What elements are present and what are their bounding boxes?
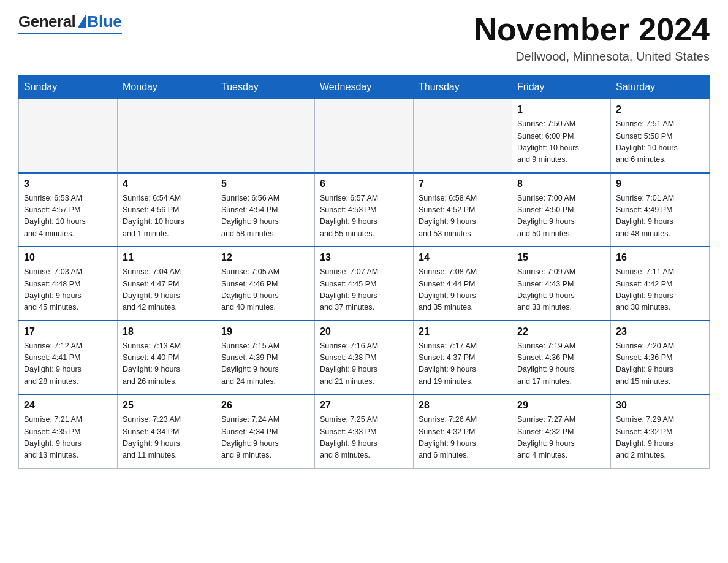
day-info: Sunrise: 7:11 AM Sunset: 4:42 PM Dayligh…: [616, 266, 704, 314]
weekday-header-saturday: Saturday: [611, 75, 710, 99]
weekday-header-monday: Monday: [118, 75, 216, 99]
day-info: Sunrise: 7:23 AM Sunset: 4:34 PM Dayligh…: [123, 414, 211, 462]
day-number: 8: [517, 178, 605, 190]
calendar-cell: 28Sunrise: 7:26 AM Sunset: 4:32 PM Dayli…: [414, 394, 512, 468]
day-info: Sunrise: 6:58 AM Sunset: 4:52 PM Dayligh…: [419, 193, 507, 240]
weekday-header-tuesday: Tuesday: [216, 75, 315, 99]
calendar-cell: 25Sunrise: 7:23 AM Sunset: 4:34 PM Dayli…: [118, 394, 216, 468]
day-number: 24: [24, 400, 112, 411]
day-info: Sunrise: 7:00 AM Sunset: 4:50 PM Dayligh…: [517, 193, 605, 240]
calendar-cell: 7Sunrise: 6:58 AM Sunset: 4:52 PM Daylig…: [414, 173, 512, 247]
calendar-cell: 14Sunrise: 7:08 AM Sunset: 4:44 PM Dayli…: [414, 247, 512, 321]
day-number: 16: [616, 252, 704, 263]
day-number: 14: [419, 252, 507, 263]
day-number: 29: [517, 400, 605, 411]
day-info: Sunrise: 7:01 AM Sunset: 4:49 PM Dayligh…: [616, 193, 704, 240]
day-info: Sunrise: 7:21 AM Sunset: 4:35 PM Dayligh…: [24, 414, 112, 462]
day-number: 5: [221, 178, 309, 190]
day-number: 4: [123, 178, 211, 190]
calendar-cell: 12Sunrise: 7:05 AM Sunset: 4:46 PM Dayli…: [216, 247, 315, 321]
day-info: Sunrise: 7:24 AM Sunset: 4:34 PM Dayligh…: [221, 414, 309, 462]
calendar-cell: 3Sunrise: 6:53 AM Sunset: 4:57 PM Daylig…: [19, 173, 118, 247]
calendar-cell: 30Sunrise: 7:29 AM Sunset: 4:32 PM Dayli…: [611, 394, 710, 468]
calendar-cell: [19, 99, 118, 173]
calendar-week-3: 10Sunrise: 7:03 AM Sunset: 4:48 PM Dayli…: [19, 247, 710, 321]
calendar-cell: 5Sunrise: 6:56 AM Sunset: 4:54 PM Daylig…: [216, 173, 315, 247]
calendar-cell: 27Sunrise: 7:25 AM Sunset: 4:33 PM Dayli…: [315, 394, 414, 468]
calendar-cell: 29Sunrise: 7:27 AM Sunset: 4:32 PM Dayli…: [512, 394, 611, 468]
calendar-cell: 2Sunrise: 7:51 AM Sunset: 5:58 PM Daylig…: [611, 99, 710, 173]
calendar-week-5: 24Sunrise: 7:21 AM Sunset: 4:35 PM Dayli…: [19, 394, 710, 468]
day-info: Sunrise: 6:54 AM Sunset: 4:56 PM Dayligh…: [123, 193, 211, 240]
month-title: November 2024: [474, 12, 710, 47]
calendar-cell: 8Sunrise: 7:00 AM Sunset: 4:50 PM Daylig…: [512, 173, 611, 247]
calendar-header: SundayMondayTuesdayWednesdayThursdayFrid…: [19, 75, 710, 99]
day-info: Sunrise: 6:56 AM Sunset: 4:54 PM Dayligh…: [221, 193, 309, 240]
calendar-body: 1Sunrise: 7:50 AM Sunset: 6:00 PM Daylig…: [19, 99, 710, 469]
day-info: Sunrise: 6:57 AM Sunset: 4:53 PM Dayligh…: [320, 193, 408, 240]
logo-blue-text: Blue: [87, 12, 121, 31]
day-number: 11: [123, 252, 211, 263]
calendar-cell: 4Sunrise: 6:54 AM Sunset: 4:56 PM Daylig…: [118, 173, 216, 247]
day-info: Sunrise: 7:25 AM Sunset: 4:33 PM Dayligh…: [320, 414, 408, 462]
calendar-cell: 15Sunrise: 7:09 AM Sunset: 4:43 PM Dayli…: [512, 247, 611, 321]
calendar-cell: [315, 99, 414, 173]
day-number: 22: [517, 326, 605, 337]
calendar-cell: 17Sunrise: 7:12 AM Sunset: 4:41 PM Dayli…: [19, 321, 118, 395]
day-number: 28: [419, 400, 507, 411]
day-number: 27: [320, 400, 408, 411]
header-area: General Blue November 2024 Dellwood, Min…: [18, 12, 710, 64]
day-info: Sunrise: 7:08 AM Sunset: 4:44 PM Dayligh…: [419, 266, 507, 314]
day-number: 6: [320, 178, 408, 190]
calendar-cell: 1Sunrise: 7:50 AM Sunset: 6:00 PM Daylig…: [512, 99, 611, 173]
calendar-cell: 22Sunrise: 7:19 AM Sunset: 4:36 PM Dayli…: [512, 321, 611, 395]
calendar-cell: 23Sunrise: 7:20 AM Sunset: 4:36 PM Dayli…: [611, 321, 710, 395]
logo: General Blue: [18, 12, 122, 34]
day-number: 23: [616, 326, 704, 337]
calendar-cell: [414, 99, 512, 173]
calendar-week-4: 17Sunrise: 7:12 AM Sunset: 4:41 PM Dayli…: [19, 321, 710, 395]
title-area: November 2024 Dellwood, Minnesota, Unite…: [474, 12, 710, 64]
logo-underline: [18, 33, 122, 34]
day-info: Sunrise: 7:50 AM Sunset: 6:00 PM Dayligh…: [517, 118, 605, 166]
day-number: 9: [616, 178, 704, 190]
day-info: Sunrise: 7:13 AM Sunset: 4:40 PM Dayligh…: [123, 340, 211, 388]
calendar-cell: [118, 99, 216, 173]
weekday-header-sunday: Sunday: [19, 75, 118, 99]
day-number: 12: [221, 252, 309, 263]
weekday-header-row: SundayMondayTuesdayWednesdayThursdayFrid…: [19, 75, 710, 99]
calendar-cell: 26Sunrise: 7:24 AM Sunset: 4:34 PM Dayli…: [216, 394, 315, 468]
calendar-cell: [216, 99, 315, 173]
day-number: 17: [24, 326, 112, 337]
weekday-header-wednesday: Wednesday: [315, 75, 414, 99]
day-info: Sunrise: 7:12 AM Sunset: 4:41 PM Dayligh…: [24, 340, 112, 388]
day-info: Sunrise: 7:27 AM Sunset: 4:32 PM Dayligh…: [517, 414, 605, 462]
day-info: Sunrise: 7:03 AM Sunset: 4:48 PM Dayligh…: [24, 266, 112, 314]
day-number: 13: [320, 252, 408, 263]
location-subtitle: Dellwood, Minnesota, United States: [474, 50, 710, 64]
day-info: Sunrise: 7:17 AM Sunset: 4:37 PM Dayligh…: [419, 340, 507, 388]
calendar-week-2: 3Sunrise: 6:53 AM Sunset: 4:57 PM Daylig…: [19, 173, 710, 247]
calendar-cell: 19Sunrise: 7:15 AM Sunset: 4:39 PM Dayli…: [216, 321, 315, 395]
day-number: 10: [24, 252, 112, 263]
day-info: Sunrise: 7:04 AM Sunset: 4:47 PM Dayligh…: [123, 266, 211, 314]
calendar-cell: 9Sunrise: 7:01 AM Sunset: 4:49 PM Daylig…: [611, 173, 710, 247]
day-number: 30: [616, 400, 704, 411]
day-number: 20: [320, 326, 408, 337]
calendar-cell: 18Sunrise: 7:13 AM Sunset: 4:40 PM Dayli…: [118, 321, 216, 395]
day-info: Sunrise: 7:07 AM Sunset: 4:45 PM Dayligh…: [320, 266, 408, 314]
day-number: 7: [419, 178, 507, 190]
day-info: Sunrise: 7:15 AM Sunset: 4:39 PM Dayligh…: [221, 340, 309, 388]
weekday-header-thursday: Thursday: [414, 75, 512, 99]
logo-general-text: General: [18, 12, 75, 31]
calendar-cell: 13Sunrise: 7:07 AM Sunset: 4:45 PM Dayli…: [315, 247, 414, 321]
calendar-table: SundayMondayTuesdayWednesdayThursdayFrid…: [18, 75, 710, 469]
day-info: Sunrise: 7:16 AM Sunset: 4:38 PM Dayligh…: [320, 340, 408, 388]
calendar-week-1: 1Sunrise: 7:50 AM Sunset: 6:00 PM Daylig…: [19, 99, 710, 173]
day-number: 1: [517, 104, 605, 115]
day-info: Sunrise: 7:19 AM Sunset: 4:36 PM Dayligh…: [517, 340, 605, 388]
calendar-cell: 11Sunrise: 7:04 AM Sunset: 4:47 PM Dayli…: [118, 247, 216, 321]
day-number: 21: [419, 326, 507, 337]
day-number: 15: [517, 252, 605, 263]
day-info: Sunrise: 7:20 AM Sunset: 4:36 PM Dayligh…: [616, 340, 704, 388]
